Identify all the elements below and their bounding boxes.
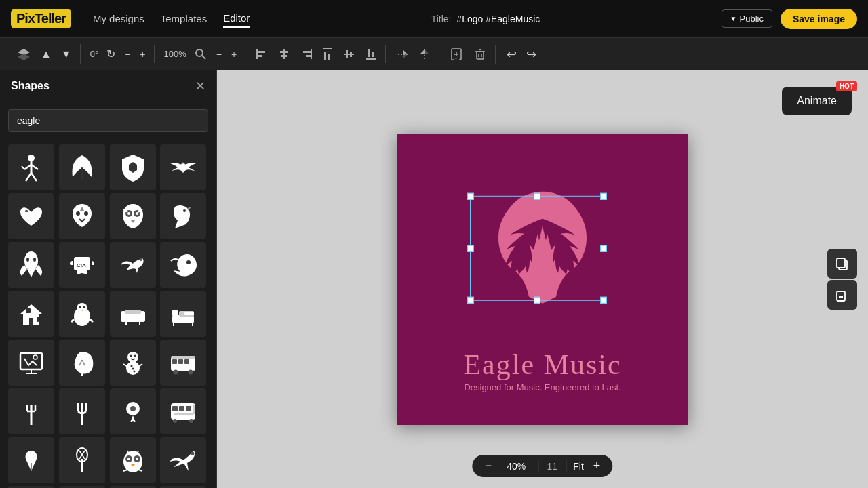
- flip-horizontal-button[interactable]: [414, 45, 435, 63]
- navbar: PixTeller My designs Templates Editor Ti…: [0, 0, 868, 38]
- shape-pin[interactable]: [110, 388, 156, 434]
- shape-bus2[interactable]: [160, 388, 206, 434]
- svg-point-67: [79, 306, 81, 308]
- shape-dove[interactable]: [110, 242, 156, 288]
- shape-leaf[interactable]: [59, 340, 105, 386]
- svg-rect-62: [29, 318, 33, 325]
- zoom-icon[interactable]: [191, 45, 211, 63]
- add-page-button[interactable]: +: [446, 45, 468, 64]
- align-right-button[interactable]: [296, 45, 316, 63]
- shape-bus[interactable]: [160, 340, 206, 386]
- svg-marker-25: [420, 49, 425, 54]
- undo-button[interactable]: ↩: [502, 44, 521, 64]
- shape-eagle-feather[interactable]: [59, 144, 105, 190]
- plus-rotate-button[interactable]: +: [136, 46, 149, 62]
- svg-point-60: [186, 260, 191, 264]
- shape-eagle-profile[interactable]: [160, 193, 206, 239]
- shape-dove2[interactable]: [160, 437, 206, 483]
- zoom-separator: [538, 460, 538, 472]
- shape-painting[interactable]: [8, 340, 54, 386]
- svg-rect-14: [328, 54, 330, 60]
- svg-line-43: [31, 173, 37, 181]
- rotate-button[interactable]: ↻: [102, 45, 119, 63]
- cut-button[interactable]: [827, 280, 857, 310]
- shape-fork[interactable]: [59, 388, 105, 434]
- layer-down-button[interactable]: ▼: [57, 45, 76, 63]
- shapes-grid: CIA: [0, 139, 216, 488]
- zoom-in-button[interactable]: +: [591, 459, 604, 473]
- sidebar-header: Shapes ✕: [0, 70, 216, 102]
- shape-cia-bird[interactable]: CIA: [59, 242, 105, 288]
- flip-group: [389, 45, 439, 63]
- zoom-fit-button[interactable]: Fit: [573, 461, 584, 472]
- shape-eagle-shield[interactable]: [110, 144, 156, 190]
- shape-owl[interactable]: [110, 437, 156, 483]
- shape-bed[interactable]: [160, 291, 206, 337]
- svg-point-46: [180, 163, 186, 169]
- save-image-button[interactable]: Save image: [781, 9, 857, 29]
- flip-vertical-button[interactable]: [393, 45, 413, 63]
- svg-rect-116: [172, 406, 178, 411]
- svg-rect-61: [26, 308, 31, 313]
- logo: PixTeller: [11, 9, 71, 28]
- align-left-button[interactable]: [252, 45, 273, 63]
- svg-rect-12: [311, 49, 312, 59]
- svg-point-130: [136, 458, 138, 460]
- eagle-logo[interactable]: [451, 185, 634, 348]
- copy-button[interactable]: [827, 249, 857, 279]
- shape-figure[interactable]: [8, 144, 54, 190]
- redo-button[interactable]: ↪: [522, 44, 540, 64]
- align-middle-button[interactable]: [339, 45, 359, 63]
- shape-night-bird[interactable]: [160, 242, 206, 288]
- search-input[interactable]: [8, 109, 208, 132]
- shape-house-copy[interactable]: [8, 291, 54, 337]
- shape-eagle-old[interactable]: [8, 242, 54, 288]
- zoom-bar: − 40% 11 Fit +: [473, 455, 613, 477]
- zoom-out-button[interactable]: −: [482, 459, 495, 473]
- align-top-button[interactable]: [317, 45, 338, 63]
- zoom-minus[interactable]: −: [212, 46, 226, 62]
- svg-rect-103: [171, 356, 195, 359]
- nav-templates[interactable]: Templates: [161, 10, 207, 27]
- shape-chick[interactable]: [59, 291, 105, 337]
- title-prefix: Title:: [431, 14, 452, 24]
- shape-whisk[interactable]: [59, 437, 105, 483]
- svg-text:CIA: CIA: [77, 262, 86, 268]
- align-bottom-button[interactable]: [361, 45, 381, 63]
- svg-rect-64: [37, 317, 39, 322]
- dropdown-icon: ▼: [730, 15, 737, 22]
- svg-point-101: [174, 370, 178, 375]
- nav-editor[interactable]: Editor: [223, 9, 250, 28]
- shape-snowman[interactable]: [110, 340, 156, 386]
- svg-rect-11: [306, 55, 311, 57]
- nav-my-designs[interactable]: My designs: [93, 10, 144, 27]
- svg-point-63: [33, 323, 35, 324]
- svg-line-42: [26, 173, 31, 181]
- shape-sofa[interactable]: [110, 291, 156, 337]
- delete-button[interactable]: [469, 45, 491, 64]
- zoom-plus[interactable]: +: [227, 46, 241, 62]
- shape-eagle-spread[interactable]: [160, 144, 206, 190]
- public-button[interactable]: ▼ Public: [722, 9, 772, 28]
- shape-heart-bird[interactable]: [8, 193, 54, 239]
- svg-point-68: [83, 306, 85, 308]
- public-label: Public: [740, 14, 764, 24]
- sidebar-close-button[interactable]: ✕: [195, 79, 205, 94]
- zoom-pages: 11: [545, 461, 559, 472]
- layer-up-button[interactable]: ▲: [37, 45, 56, 63]
- align-center-button[interactable]: [274, 45, 294, 63]
- minus-rotate-button[interactable]: −: [121, 46, 134, 62]
- shape-pitchfork[interactable]: [8, 388, 54, 434]
- layer-icon[interactable]: [12, 44, 35, 64]
- svg-rect-10: [303, 51, 311, 53]
- canvas-text: Eagle Music Designed for Music. Engineer…: [397, 348, 688, 392]
- shape-owl-face[interactable]: [110, 193, 156, 239]
- svg-point-91: [134, 355, 136, 357]
- svg-point-55: [26, 258, 29, 262]
- svg-point-90: [130, 355, 132, 357]
- shape-wishbone[interactable]: [8, 437, 54, 483]
- eagle-music-subtitle[interactable]: Designed for Music. Engineered to Last.: [397, 382, 688, 392]
- animate-button[interactable]: HOT Animate: [782, 87, 852, 115]
- eagle-music-title[interactable]: Eagle Music: [397, 348, 688, 381]
- shape-eagle-face[interactable]: [59, 193, 105, 239]
